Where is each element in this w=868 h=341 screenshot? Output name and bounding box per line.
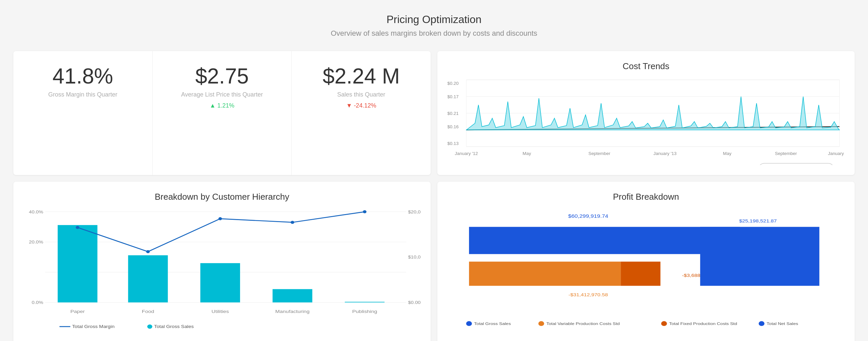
page-title: Pricing Optimization — [0, 13, 868, 26]
svg-text:$0.20: $0.20 — [447, 81, 459, 86]
svg-point-62 — [538, 321, 544, 326]
svg-text:September: September — [775, 151, 797, 156]
svg-text:January '12: January '12 — [455, 151, 478, 156]
svg-text:Publishing: Publishing — [352, 309, 377, 314]
svg-rect-34 — [128, 255, 168, 302]
svg-rect-36 — [272, 289, 312, 303]
svg-text:January '14: January '14 — [828, 151, 845, 156]
cost-trends-chart: $0.20 $0.17 $0.21 $0.16 $0.13 January '1… — [447, 78, 845, 165]
svg-text:$20,000,000.00: $20,000,000.00 — [408, 209, 421, 214]
svg-rect-56 — [621, 261, 660, 285]
svg-rect-33 — [58, 225, 97, 303]
svg-point-42 — [363, 210, 367, 213]
svg-rect-19 — [758, 163, 834, 165]
kpi-avg-price-change: ▲ 1.21% — [163, 102, 281, 109]
svg-point-39 — [146, 250, 150, 253]
svg-point-64 — [661, 321, 667, 326]
breakdown-card: Breakdown by Customer Hierarchy Total Gr… — [13, 182, 431, 341]
svg-text:$60,299,919.74: $60,299,919.74 — [568, 213, 608, 218]
svg-text:20.0%: 20.0% — [29, 240, 43, 245]
svg-text:Total Gross Margin: Total Gross Margin — [72, 324, 115, 329]
svg-text:$25,198,521.87: $25,198,521.87 — [739, 218, 777, 223]
kpi-sales-value: $2.24 M — [302, 64, 421, 88]
svg-text:$0.13: $0.13 — [447, 141, 459, 146]
svg-text:Paper: Paper — [70, 309, 85, 314]
svg-text:September: September — [588, 151, 610, 156]
svg-text:May: May — [723, 151, 732, 156]
svg-rect-58 — [700, 227, 819, 285]
svg-text:Total Fixed Production Costs S: Total Fixed Production Costs Std — [669, 321, 737, 326]
svg-point-60 — [466, 321, 472, 326]
breakdown-title: Breakdown by Customer Hierarchy — [23, 192, 421, 202]
svg-point-50 — [147, 324, 152, 329]
svg-text:-$31,412,970.58: -$31,412,970.58 — [568, 292, 608, 297]
kpi-avg-price-value: $2.75 — [163, 64, 281, 88]
svg-point-41 — [291, 221, 294, 224]
cost-trends-title: Cost Trends — [447, 61, 845, 71]
svg-text:$0.17: $0.17 — [447, 94, 459, 99]
svg-rect-52 — [469, 227, 740, 254]
profit-breakdown-title: Profit Breakdown — [447, 192, 845, 202]
profit-breakdown-card: Profit Breakdown $60,299,919.74 -$31,412… — [437, 182, 855, 341]
svg-rect-54 — [469, 261, 621, 285]
svg-point-66 — [759, 321, 765, 326]
dashboard: 41.8% Gross Margin this Quarter $2.75 Av… — [0, 44, 868, 341]
kpi-section: 41.8% Gross Margin this Quarter $2.75 Av… — [13, 51, 431, 175]
svg-text:$0.16: $0.16 — [447, 124, 459, 129]
svg-text:Manufacturing: Manufacturing — [275, 309, 310, 314]
svg-text:Total Variable Production Cost: Total Variable Production Costs Std — [546, 321, 620, 326]
svg-text:$0.21: $0.21 — [447, 111, 459, 116]
svg-point-38 — [76, 226, 80, 229]
svg-rect-37 — [345, 302, 384, 303]
svg-text:May: May — [523, 151, 531, 156]
cost-trends-card: Cost Trends $0.20 $0.17 $0.21 $0.16 $0.1… — [437, 51, 855, 175]
page-subtitle: Overview of sales margins broken down by… — [0, 29, 868, 38]
kpi-avg-price-label: Average List Price this Quarter — [163, 91, 281, 98]
svg-text:40.0%: 40.0% — [29, 209, 43, 214]
kpi-avg-price: $2.75 Average List Price this Quarter ▲ … — [153, 51, 292, 175]
kpi-sales: $2.24 M Sales this Quarter ▼ -24.12% — [292, 51, 431, 175]
page-header: Pricing Optimization Overview of sales m… — [0, 0, 868, 44]
svg-text:Total Gross Sales: Total Gross Sales — [154, 324, 194, 329]
svg-text:Total Net Sales: Total Net Sales — [767, 321, 798, 326]
kpi-sales-label: Sales this Quarter — [302, 91, 421, 98]
svg-text:Total Gross Sales: Total Gross Sales — [474, 321, 511, 326]
kpi-sales-change: ▼ -24.12% — [302, 102, 421, 109]
kpi-gross-margin-value: 41.8% — [23, 64, 142, 88]
kpi-gross-margin-label: Gross Margin this Quarter — [23, 91, 142, 98]
svg-text:Food: Food — [142, 309, 154, 314]
svg-point-40 — [218, 217, 222, 220]
kpi-gross-margin: 41.8% Gross Margin this Quarter — [13, 51, 153, 175]
svg-text:January '13: January '13 — [653, 151, 676, 156]
svg-text:Utilities: Utilities — [211, 309, 229, 314]
svg-rect-35 — [200, 263, 240, 303]
svg-text:0.0%: 0.0% — [32, 300, 43, 305]
svg-text:$0.00: $0.00 — [408, 300, 421, 305]
svg-text:$10,000,000.00: $10,000,000.00 — [408, 254, 421, 259]
